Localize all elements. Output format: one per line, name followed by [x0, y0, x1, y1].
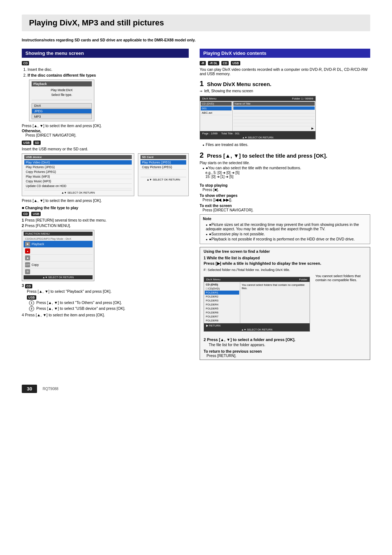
divx-screen-footer: Page : 1/999 Total Title : 001 — [200, 131, 315, 136]
divx-left-header: CD (DVD) — [201, 102, 232, 106]
tree-item-folder6: FOLDER6 — [205, 311, 239, 315]
divx-footer-page: Page : 1/999 — [202, 132, 218, 135]
to-exit-label: To exit the screen — [200, 203, 370, 208]
tree-step2-sub: The file list for the folder appears. — [209, 343, 366, 347]
tree-left-header: CD (DVD) — [205, 283, 239, 287]
step3-usb-text2: 2 Press [▲, ▼] to select "USB device" an… — [29, 306, 189, 311]
divx-screen-body: CD (DVD) 001 ABC.avi Name of Title ▶ — [200, 101, 315, 131]
func-copy-label: Copy — [32, 263, 39, 267]
sd-screen: SD Card Play Pictures (JPEG) Copy Pictur… — [138, 153, 189, 196]
to-show-label: To show other pages — [200, 193, 370, 198]
step2-title: Press [▲, ▼] to select the title and pre… — [207, 153, 327, 159]
menu-jpeg: JPEG — [32, 109, 92, 114]
usb-screen: USB device Play Video (DivX) Play Pictur… — [22, 153, 134, 196]
function-menu-screen: FUNCTION MENU CD/DivX/JPEG/MP3 Play Mode… — [22, 230, 94, 281]
tree-body: CD (DVD) □ CD(DVD) FOLDER1 FOLDER2 FOLDE… — [204, 282, 310, 323]
func-copy-row: COPY Copy — [24, 262, 93, 268]
usb-badge-3: USB — [27, 295, 36, 300]
step2-sub: Play starts on the selected title. — [200, 161, 370, 165]
left-column: Showing the menu screen CD Insert the di… — [22, 49, 189, 363]
tree-item-folder1: FOLDER1 — [205, 291, 239, 295]
func-playback-row: ▶ Playback — [24, 241, 93, 248]
func-row-5: ⚙ — [24, 268, 93, 275]
files-treated-note: Files are treated as titles. — [203, 142, 370, 147]
press-instruction-1: Press [▲, ▼] to select the item and pres… — [22, 123, 189, 128]
func-menu-title: FUNCTION MENU — [24, 232, 93, 236]
press-instruction-2: Press [▲, ▼] to select the item and pres… — [22, 198, 189, 203]
divx-title-2 — [233, 110, 315, 113]
tree-step2-text: 2 Press [▲, ▼] to select a folder and pr… — [204, 337, 366, 342]
cd-badge: CD — [22, 61, 29, 65]
playback-icon: ▶ — [25, 242, 30, 247]
divx-scroll: ▶ — [233, 126, 315, 130]
arrow-left-icon — [200, 89, 203, 93]
sd-badge: SD — [33, 141, 41, 145]
badge-cd: CD — [221, 61, 229, 65]
changing-file-header: ■ Changing the file type to play — [22, 206, 189, 210]
step3-usb-text1: 1 Press [▲, ▼] to select "To Others" and… — [29, 300, 189, 305]
step4-text: 4 Press [▲, ▼] to select the item and pr… — [22, 313, 189, 317]
tree-item-folder5: FOLDER5 — [205, 307, 239, 311]
tree-item-folder7: FOLDER7 — [205, 315, 239, 319]
to-exit-text: Press [DIRECT NAVIGATOR]. — [203, 208, 370, 212]
return-text: Press [RETURN]. — [207, 353, 366, 358]
right-column: Playing DivX video contents -R -R DL CD … — [200, 49, 370, 363]
func-footer: ▲▼ SELECT OK RETURN — [24, 275, 93, 279]
step-1-insert: Insert the disc. — [28, 67, 189, 72]
rec-icon: ● — [25, 248, 30, 254]
usb-sd-text: Insert the USB memory or the SD card. — [22, 147, 189, 151]
divx-title-1 — [233, 106, 315, 110]
usb-item-4: Play Music (MP3) — [24, 174, 132, 179]
note-item-2: ●Successive play is not possible. — [206, 232, 367, 236]
step3-usb-badge: USB — [27, 295, 189, 300]
divx-title-4 — [233, 117, 315, 120]
cd-badge-3: CD — [25, 284, 32, 288]
tree-item-folder3: FOLDER3 — [205, 299, 239, 303]
divx-title-6 — [233, 123, 315, 126]
divx-title-3 — [233, 113, 315, 117]
usb-item-2: Play Pictures (JPEG) — [24, 165, 132, 170]
playing-divx-header: Playing DivX video contents — [200, 49, 370, 58]
step1-title: Show DivX Menu screen. — [207, 81, 271, 87]
tree-screen-header: DivX Menu Folder — [204, 277, 310, 282]
func-playback-label: Playback — [32, 242, 44, 246]
tree-item-folder8: FOLDER8 — [205, 319, 239, 323]
divx-file-abc: ABC.avi — [201, 111, 232, 115]
stop-icon: ■ — [25, 255, 30, 260]
menu-mp3: MP3 — [32, 114, 92, 119]
tree-screen-footer: ▶ RETURN — [204, 323, 310, 328]
divx-nav-hint: ▲▼ SELECT OK RETURN — [200, 136, 315, 139]
tree-note-text: You cannot select folders that contain n… — [315, 274, 366, 282]
right-badges: -R -R DL CD USB — [200, 61, 370, 65]
sd-menu-list: Play Pictures (JPEG) Copy Pictures (JPEG… — [140, 160, 186, 170]
usb-item-1: Play Video (DivX) — [24, 160, 132, 165]
tree-item-folder2: FOLDER2 — [205, 295, 239, 299]
intro-note: Instructions/notes regarding SD cards an… — [22, 38, 370, 42]
divx-right-panel: Name of Title ▶ — [233, 101, 315, 131]
menu-divx: DivX — [32, 103, 92, 108]
divx-folder-001: 001 — [201, 106, 232, 111]
playback-screen: Playback Play Mode:DivX Select file type… — [29, 80, 94, 121]
sd-item-2: Copy Pictures (JPEG) — [140, 165, 186, 170]
note-item-1: ●Picture sizes set at the recording time… — [206, 222, 367, 231]
tree-item-root: □ CD(DVD) — [205, 287, 239, 291]
usb-screen-title: USB device — [24, 155, 132, 159]
usb-item-6: Update CD database on HDD — [24, 184, 132, 189]
tree-screen-mockup: DivX Menu Folder CD (DVD) □ CD(DVD) FOLD… — [204, 277, 310, 332]
device-screens: USB device Play Video (DivX) Play Pictur… — [22, 153, 189, 196]
copy-icon: COPY — [25, 262, 30, 267]
page-title: Playing DivX, MP3 and still pictures — [22, 15, 370, 31]
to-stop-label: To stop playing — [200, 183, 370, 187]
divx-right-header: Name of Title — [233, 102, 315, 106]
otherwise-text: Press [DIRECT NAVIGATOR]. — [25, 133, 189, 137]
circle-1: 1 — [29, 300, 34, 305]
page-number-box: 30 — [22, 385, 37, 393]
note-box-title: Note — [203, 216, 367, 221]
usb-menu-list: Play Video (DivX) Play Pictures (JPEG) C… — [24, 160, 132, 189]
func-row-3: ■ — [24, 255, 93, 262]
tree-right-note: You cannot select folders that contain n… — [241, 283, 309, 291]
divx-footer-total: Total Title : 001 — [221, 132, 240, 135]
divx-header-right: Folder 1 / 99999 — [292, 97, 313, 100]
tree-right-panel: You cannot select folders that contain n… — [240, 282, 310, 323]
cd-badge-2: CD — [22, 212, 29, 216]
